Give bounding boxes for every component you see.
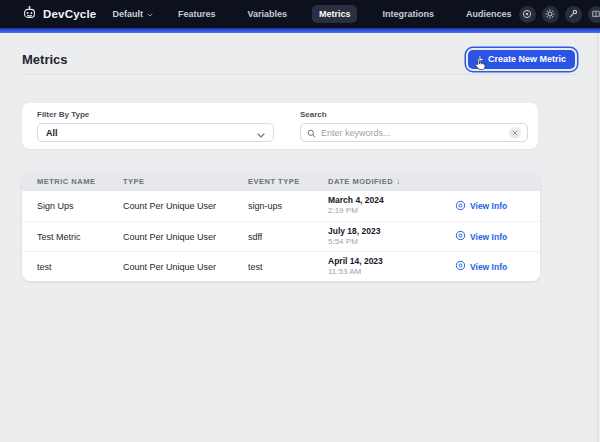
date-modified-cell: July 18, 2023 5:54 PM [328, 226, 455, 247]
filter-card: Filter By Type All Search [22, 103, 538, 149]
brand-name: DevCycle [43, 8, 96, 20]
column-header-metric-name: Metric Name [37, 177, 123, 186]
event-type-cell: sign-ups [248, 201, 328, 211]
search-box [300, 123, 528, 142]
view-info-label: View Info [470, 262, 507, 272]
project-selector-dropdown[interactable]: Default [112, 9, 153, 19]
table-header-row: Metric Name Type Event Type Date Modifie… [22, 172, 540, 191]
target-icon[interactable] [519, 6, 536, 23]
metric-name-cell: Sign Ups [37, 201, 123, 211]
search-field-group: Search [300, 110, 528, 149]
accent-progress-bar [0, 28, 600, 33]
event-type-cell: test [248, 262, 328, 272]
chevron-down-icon [147, 9, 153, 19]
view-info-label: View Info [470, 201, 507, 211]
time-text: 2:19 PM [328, 206, 455, 216]
search-input[interactable] [321, 128, 504, 138]
type-filter-select[interactable]: All [37, 123, 274, 142]
create-new-metric-label: Create New Metric [488, 54, 566, 64]
time-text: 11:53 AM [328, 267, 455, 277]
wrench-icon[interactable] [565, 6, 582, 23]
type-cell: Count Per Unique User [123, 201, 248, 211]
date-modified-label: Date Modified [328, 177, 393, 186]
header-divider [22, 74, 578, 75]
page-header: Metrics + Create New Metric [22, 45, 578, 73]
project-selector-label: Default [112, 9, 143, 19]
gear-icon[interactable] [542, 6, 559, 23]
book-icon[interactable] [588, 6, 600, 23]
sort-descending-icon: ↓ [396, 177, 401, 186]
eye-icon [455, 260, 466, 273]
search-label: Search [300, 110, 528, 119]
view-info-label: View Info [470, 232, 507, 242]
plus-icon: + [477, 54, 483, 65]
page-title: Metrics [22, 52, 68, 67]
column-header-type: Type [123, 177, 248, 186]
top-navbar: DevCycle Default Features Variables Metr… [0, 0, 600, 28]
type-filter-value: All [46, 128, 58, 138]
view-info-link[interactable]: View Info [455, 200, 540, 213]
time-text: 5:54 PM [328, 237, 455, 247]
column-header-event-type: Event Type [248, 177, 328, 186]
search-icon [307, 124, 316, 142]
filter-by-type-field: Filter By Type All [37, 110, 274, 149]
chevron-down-icon [257, 124, 265, 142]
brand-logo[interactable]: DevCycle [22, 5, 96, 24]
nav-item-integrations[interactable]: Integrations [375, 5, 441, 23]
table-row: Sign Ups Count Per Unique User sign-ups … [22, 191, 540, 221]
create-new-metric-button[interactable]: + Create New Metric [468, 50, 575, 69]
type-cell: Count Per Unique User [123, 262, 248, 272]
clear-search-button[interactable] [509, 127, 521, 139]
column-header-date-modified[interactable]: Date Modified ↓ [328, 177, 455, 186]
type-cell: Count Per Unique User [123, 232, 248, 242]
metric-name-cell: test [37, 262, 123, 272]
table-row: Test Metric Count Per Unique User sdff J… [22, 221, 540, 251]
filter-by-type-label: Filter By Type [37, 110, 274, 119]
nav-item-variables[interactable]: Variables [240, 5, 294, 23]
devcycle-robot-icon [22, 5, 37, 24]
nav-item-features[interactable]: Features [171, 5, 223, 23]
eye-icon [455, 230, 466, 243]
metric-name-cell: Test Metric [37, 232, 123, 242]
date-modified-cell: March 4, 2024 2:19 PM [328, 195, 455, 216]
view-info-link[interactable]: View Info [455, 230, 540, 243]
date-modified-cell: April 14, 2023 11:53 AM [328, 256, 455, 277]
nav-links: Features Variables Metrics Integrations … [171, 5, 519, 23]
view-info-link[interactable]: View Info [455, 260, 540, 273]
event-type-cell: sdff [248, 232, 328, 242]
nav-item-metrics[interactable]: Metrics [312, 5, 358, 23]
eye-icon [455, 200, 466, 213]
nav-item-audiences[interactable]: Audiences [459, 5, 519, 23]
metrics-table: Metric Name Type Event Type Date Modifie… [22, 172, 540, 281]
date-text: March 4, 2024 [328, 195, 455, 206]
date-text: July 18, 2023 [328, 226, 455, 237]
table-row: test Count Per Unique User test April 14… [22, 251, 540, 281]
navbar-actions [519, 5, 600, 23]
date-text: April 14, 2023 [328, 256, 455, 267]
scrollbar-edge[interactable] [597, 33, 598, 442]
